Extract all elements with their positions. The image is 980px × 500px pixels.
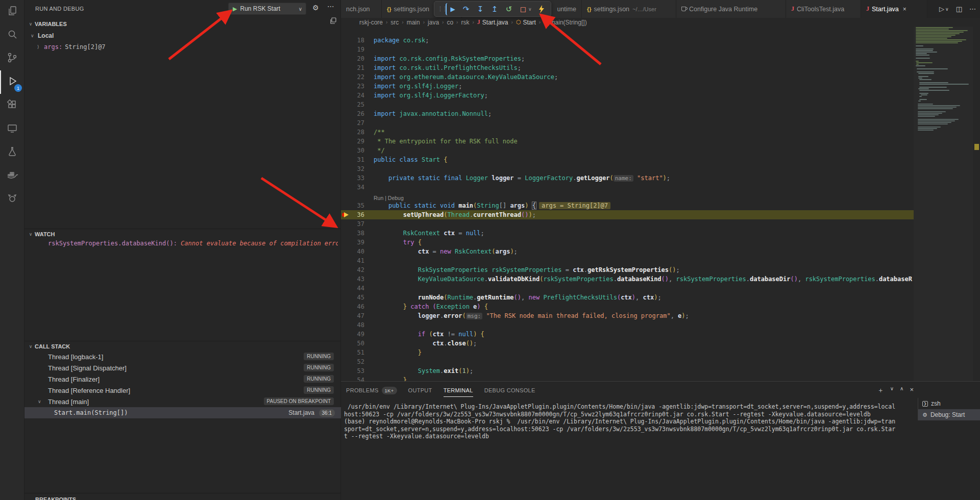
breadcrumb-item[interactable]: rsk	[461, 19, 469, 26]
run-file-button[interactable]: ▷∨	[939, 5, 949, 13]
gear-icon[interactable]: ⚙	[312, 4, 319, 12]
files-icon	[6, 5, 18, 19]
tab-clitoolstest-java[interactable]: JCliToolsTest.java	[786, 0, 861, 18]
stop-button[interactable]: ◻	[517, 3, 529, 15]
overview-ruler[interactable]	[973, 18, 980, 381]
code-text: setUpThread(Thread.currentThread());	[374, 210, 536, 219]
breadcrumb-separator: ›	[402, 19, 403, 25]
breadcrumb-item[interactable]: src	[390, 19, 399, 26]
breadcrumb-item[interactable]: java	[428, 19, 439, 26]
session-row-zsh[interactable]: ❯ zsh	[918, 398, 980, 409]
breakpoints-header-label: BREAKPOINTS	[35, 496, 76, 500]
panel-tab-terminal[interactable]: TERMINAL	[444, 384, 473, 397]
maximize-panel-icon[interactable]: ∧	[900, 386, 903, 395]
step-over-button[interactable]: ↷	[460, 3, 472, 15]
call-stack-thread-row[interactable]: Thread [Signal Dispatcher]RUNNING	[24, 362, 341, 373]
docker-button[interactable]	[0, 164, 24, 188]
watch-expression-row[interactable]: rskSystemProperties.databaseKind(): Cann…	[48, 240, 338, 248]
run-config-dropdown[interactable]: ▶ Run RSK Start ∨	[228, 3, 306, 15]
chevron-down-icon: ∨	[27, 21, 35, 27]
extensions-button[interactable]	[0, 94, 24, 117]
minimap[interactable]	[914, 18, 973, 381]
breadcrumb-item-file[interactable]: Start.java	[482, 19, 508, 26]
run-config-label: Run RSK Start	[240, 5, 298, 12]
problems-count-badge: 1K+	[382, 387, 397, 394]
code-line-52: 52	[341, 357, 914, 366]
code-line-50: 50 ctx.close();	[341, 339, 914, 348]
tab-label: untime	[557, 6, 576, 13]
line-number: 38	[341, 229, 364, 238]
chevron-down-icon[interactable]: ∨	[890, 386, 894, 395]
terminal-session-list: ❯ zsh ⚙ Debug: Start	[918, 398, 980, 420]
breadcrumb-item[interactable]: co	[447, 19, 453, 26]
tab-start-java[interactable]: JStart.java×	[861, 0, 927, 18]
more-actions-icon[interactable]: ⋯	[969, 5, 976, 13]
step-out-button[interactable]: ↥	[488, 3, 501, 15]
code-line-43: 43 KeyValueDataSource.validateDbKind(rsk…	[341, 274, 914, 284]
explorer-button[interactable]	[0, 0, 24, 23]
restart-button[interactable]: ↺	[503, 3, 515, 15]
tab-label: Start.java	[872, 6, 899, 13]
overview-marker	[974, 144, 979, 150]
code-line-30: 30 */	[341, 146, 914, 155]
code-text: import javax.annotation.Nonnull;	[374, 109, 492, 118]
continue-button[interactable]: ▶	[446, 3, 458, 15]
code-text: private static final Logger logger = Log…	[374, 173, 670, 183]
hot-code-replace-icon[interactable]	[535, 3, 548, 15]
breadcrumb-item[interactable]: rskj-core	[359, 19, 383, 26]
panel-tab-output[interactable]: OUTPUT	[408, 384, 432, 397]
search-button[interactable]	[0, 23, 24, 47]
split-editor-icon[interactable]: ◫	[956, 5, 962, 13]
call-stack-thread-row[interactable]: Thread [Finalizer]RUNNING	[24, 373, 341, 385]
call-stack-thread-row[interactable]: ∨Thread [main]PAUSED ON BREAKPOINT	[24, 396, 341, 407]
stack-frame-file: Start.java	[288, 409, 314, 416]
drag-handle-icon[interactable]: ⋮⋮	[437, 6, 444, 12]
code-text: /**	[374, 128, 385, 137]
watch-section-header[interactable]: ∨ WATCH	[24, 229, 340, 239]
variable-name: args:	[44, 43, 62, 51]
source-control-icon	[6, 52, 18, 66]
more-actions-icon[interactable]: ⋯	[327, 2, 334, 10]
breadcrumb-item-class[interactable]: Start	[523, 19, 535, 26]
call-stack-thread-row[interactable]: Thread [Reference Handler]RUNNING	[24, 385, 341, 396]
testing-button[interactable]	[0, 141, 24, 164]
variables-scope-local[interactable]: ∨ Local	[31, 31, 54, 40]
panel-tab-debug-console[interactable]: DEBUG CONSOLE	[484, 384, 535, 397]
breakpoints-section-header[interactable]: BREAKPOINTS	[24, 493, 341, 500]
variable-row-args[interactable]: ⟩ args: String[2]@7	[37, 42, 106, 52]
misc-extension-button[interactable]	[0, 188, 24, 211]
chevron-down-icon: ∨	[27, 344, 35, 349]
code-text: System.exit(1);	[374, 366, 473, 376]
breadcrumb[interactable]: rskj-core› src› main› java› co› rsk› J S…	[341, 18, 980, 27]
tab-label: Configure Java Runtime	[689, 6, 757, 13]
close-panel-icon[interactable]: ×	[910, 386, 914, 395]
code-text: RskSystemProperties rskSystemProperties …	[374, 265, 680, 274]
breadcrumb-item-method[interactable]: main(String[])	[550, 19, 587, 26]
remote-explorer-button[interactable]	[0, 117, 24, 141]
variables-section-header[interactable]: ∨ VARIABLES	[24, 19, 340, 29]
close-icon[interactable]: ×	[903, 6, 906, 13]
tab-label: nch.json	[346, 6, 370, 13]
breadcrumb-item[interactable]: main	[407, 19, 420, 26]
code-text: KeyValueDataSource.validateDbKind(rskSys…	[374, 274, 912, 284]
tab-settings-json[interactable]: {}settings.json~/…/User	[582, 0, 676, 18]
line-number: 43	[341, 274, 364, 284]
thread-label: Thread [Reference Handler]	[48, 387, 130, 394]
run-and-debug-button[interactable]: 1	[0, 70, 24, 94]
line-number: 26	[341, 109, 364, 118]
call-stack-thread-row[interactable]: Thread [logback-1]RUNNING	[24, 351, 341, 362]
source-control-button[interactable]	[0, 47, 24, 70]
new-terminal-button[interactable]: ＋	[877, 386, 884, 395]
panel-tab-problems[interactable]: PROBLEMS1K+	[346, 384, 397, 397]
stack-frame-row[interactable]: Start.main(String[]) Start.java 36:1	[24, 407, 341, 418]
json-file-icon: {}	[587, 6, 592, 12]
call-stack-section-header[interactable]: ∨ CALL STACK	[24, 341, 340, 351]
tab-configure-java-runtime[interactable]: Configure Java Runtime	[676, 0, 786, 18]
tab-nch-json[interactable]: nch.json	[341, 0, 382, 18]
session-row-debug-start[interactable]: ⚙ Debug: Start	[918, 409, 980, 420]
tab-label: CliToolsTest.java	[797, 6, 844, 13]
thread-status-badge: RUNNING	[304, 364, 334, 371]
stop-dropdown-icon[interactable]: ∨	[528, 7, 533, 12]
code-editor[interactable]: 18package co.rsk;1920import co.rsk.confi…	[341, 27, 914, 381]
step-into-button[interactable]: ↧	[474, 3, 486, 15]
